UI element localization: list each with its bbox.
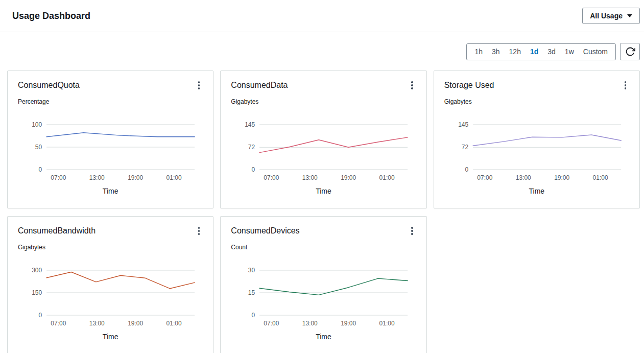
- chart-unit-label: Gigabytes: [231, 98, 416, 105]
- time-range-3d[interactable]: 3d: [543, 44, 560, 60]
- page-title: Usage Dashboard: [12, 11, 90, 21]
- chart-unit-label: Gigabytes: [444, 98, 629, 105]
- time-range-12h[interactable]: 12h: [505, 44, 526, 60]
- svg-text:19:00: 19:00: [341, 320, 356, 327]
- svg-text:19:00: 19:00: [128, 174, 143, 181]
- caret-down-icon: [627, 14, 632, 17]
- dashboard-header: Usage Dashboard All Usage: [0, 0, 644, 32]
- chart-card-consumed-quota: ConsumedQuota Percentage 05010007:0013:0…: [7, 70, 213, 208]
- time-range-custom[interactable]: Custom: [579, 44, 612, 60]
- svg-text:01:00: 01:00: [379, 174, 395, 181]
- time-range-3h[interactable]: 3h: [487, 44, 505, 60]
- svg-text:0: 0: [252, 166, 255, 173]
- kebab-menu-button[interactable]: [195, 79, 203, 91]
- svg-text:300: 300: [32, 267, 42, 274]
- svg-text:100: 100: [32, 121, 42, 128]
- time-range-1d[interactable]: 1d: [526, 44, 543, 60]
- svg-text:07:00: 07:00: [51, 320, 66, 327]
- line-chart: 07214507:0013:0019:0001:00: [231, 109, 416, 184]
- svg-text:150: 150: [32, 289, 42, 296]
- chart-card-consumed-bandwidth: ConsumedBandwidth Gigabytes 015030007:00…: [7, 216, 213, 353]
- svg-text:07:00: 07:00: [51, 174, 66, 181]
- chart-unit-label: Percentage: [18, 98, 203, 105]
- svg-text:07:00: 07:00: [264, 174, 279, 181]
- svg-text:19:00: 19:00: [554, 174, 569, 181]
- kebab-menu-button[interactable]: [195, 225, 203, 237]
- dashboard-grid: ConsumedQuota Percentage 05010007:0013:0…: [7, 70, 640, 353]
- usage-dropdown-button[interactable]: All Usage: [582, 8, 640, 24]
- svg-text:01:00: 01:00: [166, 174, 182, 181]
- time-range-1h[interactable]: 1h: [470, 44, 487, 60]
- chart-card-storage-used: Storage Used Gigabytes 07214507:0013:001…: [434, 70, 640, 208]
- kebab-menu-button[interactable]: [408, 225, 416, 237]
- svg-text:50: 50: [35, 144, 42, 151]
- svg-text:19:00: 19:00: [341, 174, 356, 181]
- svg-text:0: 0: [38, 166, 42, 173]
- svg-text:13:00: 13:00: [89, 320, 105, 327]
- chart-title: Storage Used: [444, 81, 494, 90]
- chart-title: ConsumedDevices: [231, 226, 299, 236]
- chart-x-axis-label: Time: [231, 187, 416, 195]
- line-chart: 05010007:0013:0019:0001:00: [18, 109, 203, 184]
- svg-text:01:00: 01:00: [379, 320, 395, 327]
- chart-title: ConsumedBandwidth: [18, 226, 96, 236]
- refresh-button[interactable]: [620, 43, 640, 60]
- svg-text:01:00: 01:00: [592, 174, 608, 181]
- svg-text:30: 30: [248, 267, 255, 274]
- svg-text:13:00: 13:00: [89, 174, 105, 181]
- chart-x-axis-label: Time: [18, 333, 203, 341]
- chart-card-consumed-data: ConsumedData Gigabytes 07214507:0013:001…: [220, 70, 426, 208]
- time-range-selector: 1h 3h 12h 1d 3d 1w Custom: [466, 43, 616, 60]
- line-chart: 0153007:0013:0019:0001:00: [231, 255, 416, 330]
- chart-x-axis-label: Time: [444, 187, 629, 195]
- chart-unit-label: Count: [231, 244, 416, 251]
- usage-dropdown-label: All Usage: [590, 12, 623, 20]
- svg-text:07:00: 07:00: [477, 174, 492, 181]
- svg-text:13:00: 13:00: [302, 320, 318, 327]
- svg-text:72: 72: [461, 144, 468, 151]
- chart-x-axis-label: Time: [231, 333, 416, 341]
- svg-text:0: 0: [252, 312, 255, 319]
- svg-text:15: 15: [248, 289, 255, 296]
- svg-text:13:00: 13:00: [302, 174, 318, 181]
- svg-text:13:00: 13:00: [515, 174, 531, 181]
- chart-title: ConsumedQuota: [18, 81, 80, 90]
- time-range-toolbar: 1h 3h 12h 1d 3d 1w Custom: [0, 43, 640, 60]
- kebab-menu-button[interactable]: [408, 79, 416, 91]
- chart-card-consumed-devices: ConsumedDevices Count 0153007:0013:0019:…: [220, 216, 426, 353]
- chart-title: ConsumedData: [231, 81, 288, 90]
- svg-text:07:00: 07:00: [264, 320, 279, 327]
- svg-text:01:00: 01:00: [166, 320, 182, 327]
- chart-unit-label: Gigabytes: [18, 244, 203, 251]
- svg-text:19:00: 19:00: [128, 320, 143, 327]
- chart-x-axis-label: Time: [18, 187, 203, 195]
- line-chart: 07214507:0013:0019:0001:00: [444, 109, 629, 184]
- time-range-1w[interactable]: 1w: [560, 44, 579, 60]
- refresh-icon: [625, 46, 635, 57]
- svg-text:145: 145: [245, 121, 255, 128]
- line-chart: 015030007:0013:0019:0001:00: [18, 255, 203, 330]
- svg-text:72: 72: [248, 144, 255, 151]
- svg-text:145: 145: [458, 121, 468, 128]
- svg-text:0: 0: [465, 166, 468, 173]
- svg-text:0: 0: [38, 312, 42, 319]
- kebab-menu-button[interactable]: [622, 79, 630, 91]
